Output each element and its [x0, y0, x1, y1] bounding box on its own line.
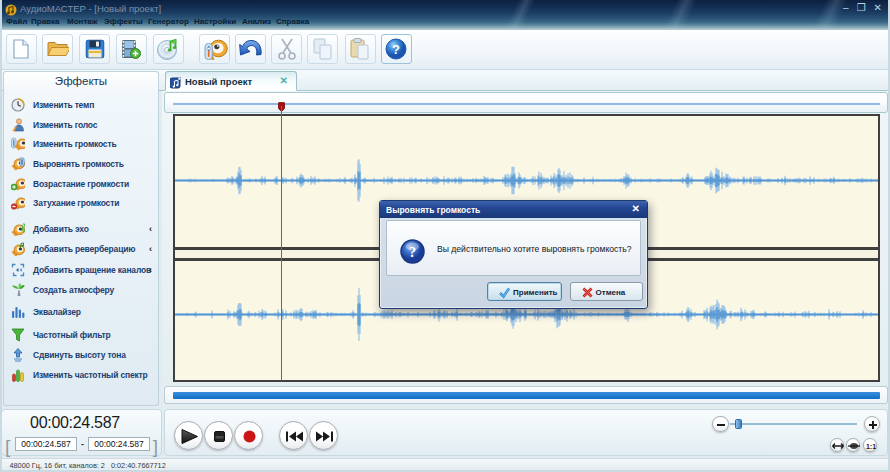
svg-text:?: ? [392, 42, 400, 57]
svg-text:1:1: 1:1 [865, 443, 875, 450]
svg-text:?: ? [409, 244, 417, 260]
